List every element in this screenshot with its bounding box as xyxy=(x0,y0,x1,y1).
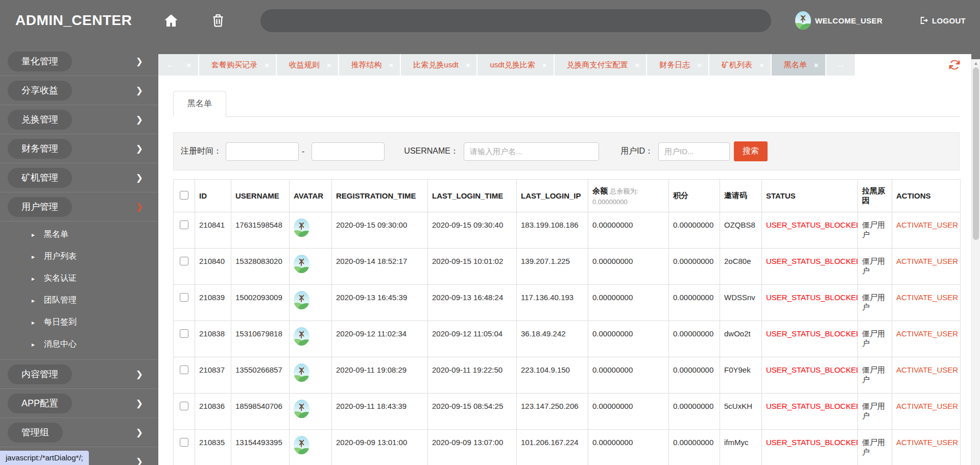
tab-label[interactable]: 矿机列表 xyxy=(722,60,752,70)
scrollbar-thumb[interactable] xyxy=(973,67,979,240)
sidebar-item-label[interactable]: 矿机管理 xyxy=(8,168,72,188)
tab-label[interactable]: 黑名单 xyxy=(784,60,807,70)
activate-user-link[interactable]: ACTIVATE_USER xyxy=(896,438,958,447)
sidebar-item[interactable]: 用户管理 ❯ xyxy=(0,192,158,222)
windmill-icon xyxy=(802,16,803,22)
sidebar-subitem-label[interactable]: 黑名单 xyxy=(44,229,68,240)
tab-label[interactable]: 收益规则 xyxy=(289,60,320,70)
sidebar-item-label[interactable]: 量化管理 xyxy=(8,52,72,71)
tab-close-icon[interactable]: × xyxy=(327,61,331,69)
activate-user-link[interactable]: ACTIVATE_USER xyxy=(896,365,958,374)
refresh-button[interactable] xyxy=(948,57,963,72)
search-button[interactable]: 搜索 xyxy=(734,141,768,161)
sidebar-item[interactable]: 分享收益 ❯ xyxy=(0,76,158,105)
tab-close-icon[interactable]: × xyxy=(186,61,191,69)
tab[interactable]: 黑名单 × xyxy=(772,54,826,76)
tab-close-icon[interactable]: × xyxy=(635,61,640,69)
activate-user-link[interactable]: ACTIVATE_USER xyxy=(896,293,958,302)
reg-time-to-input[interactable] xyxy=(312,142,385,161)
tab[interactable]: 矿机列表 × xyxy=(709,54,772,76)
row-checkbox[interactable] xyxy=(180,329,188,338)
arrow-right-icon[interactable]: → xyxy=(835,59,845,70)
sidebar-item-label[interactable]: 用户管理 xyxy=(8,197,72,217)
top-search-bar[interactable] xyxy=(260,9,771,32)
sidebar-item[interactable]: 管理组 ❯ xyxy=(0,418,158,447)
sidebar-subitem[interactable]: ▸ 黑名单 xyxy=(0,224,158,246)
row-checkbox[interactable] xyxy=(180,221,188,229)
sidebar-subitem-label[interactable]: 实名认证 xyxy=(44,273,77,284)
sidebar-menu: 量化管理 ❯ 分享收益 ❯ 兑换管理 ❯ 财务管理 ❯ 矿机管理 ❯ 用户管理 … xyxy=(0,41,158,465)
tab-label[interactable]: 比索兑换usdt xyxy=(413,60,458,70)
tab-label[interactable]: 财务日志 xyxy=(659,60,690,70)
sidebar-item-label[interactable]: 内容管理 xyxy=(8,364,72,384)
cell-username: 15310679818 xyxy=(231,321,290,357)
tab[interactable]: 兑换商支付宝配置 × xyxy=(555,54,648,76)
tab-close-icon[interactable]: × xyxy=(542,61,547,69)
cell-reason: 僵尸用户 xyxy=(858,285,892,321)
sidebar-item[interactable]: 量化管理 ❯ xyxy=(0,47,158,76)
sidebar-subitem[interactable]: ▸ 消息中心 xyxy=(0,333,158,355)
row-checkbox[interactable] xyxy=(180,257,188,265)
tab-label[interactable]: 套餐购买记录 xyxy=(211,60,257,70)
activate-user-link[interactable]: ACTIVATE_USER xyxy=(896,257,958,265)
activate-user-link[interactable]: ACTIVATE_USER xyxy=(896,402,958,410)
row-checkbox[interactable] xyxy=(180,293,188,302)
sidebar-subitem-label[interactable]: 消息中心 xyxy=(44,339,77,350)
trash-icon[interactable] xyxy=(210,13,226,28)
tab-close-icon[interactable]: × xyxy=(466,61,470,69)
reg-time-from-input[interactable] xyxy=(226,142,299,161)
user-avatar xyxy=(294,291,309,309)
row-checkbox[interactable] xyxy=(180,365,188,374)
home-icon[interactable] xyxy=(163,13,179,28)
userid-input[interactable] xyxy=(658,142,730,161)
col-registration-time: REGISTRATION_TIME xyxy=(332,180,428,212)
logout-button[interactable]: LOGOUT xyxy=(919,16,966,25)
vertical-scrollbar[interactable]: ▲ xyxy=(971,59,980,465)
row-checkbox[interactable] xyxy=(180,402,188,410)
user-avatar[interactable] xyxy=(795,11,811,30)
tab-close-icon[interactable]: × xyxy=(697,61,702,69)
sidebar-item[interactable]: 矿机管理 ❯ xyxy=(0,163,158,192)
sidebar-item-label[interactable]: 管理组 xyxy=(8,423,63,443)
sidebar-item[interactable]: 内容管理 ❯ xyxy=(0,360,158,389)
activate-user-link[interactable]: ACTIVATE_USER xyxy=(896,329,958,338)
sidebar-item[interactable]: 财务管理 ❯ xyxy=(0,134,158,163)
sidebar-subitem[interactable]: ▸ 团队管理 xyxy=(0,289,158,311)
tab[interactable]: 推荐结构 × xyxy=(339,54,401,76)
page-tab[interactable]: 黑名单 xyxy=(173,91,226,117)
scroll-up-arrow-icon[interactable]: ▲ xyxy=(972,61,980,66)
tab[interactable]: 比索兑换usdt × xyxy=(401,54,477,76)
sidebar-item[interactable]: APP配置 ❯ xyxy=(0,389,158,418)
sidebar-item-label[interactable]: 财务管理 xyxy=(8,139,72,159)
sidebar-subitem[interactable]: ▸ 用户列表 xyxy=(0,246,158,267)
sidebar-subitem[interactable]: ▸ 每日签到 xyxy=(0,311,158,333)
tab-close-icon[interactable]: × xyxy=(814,61,819,69)
tab-close-icon[interactable]: × xyxy=(389,61,394,69)
tab-label[interactable]: usdt兑换比索 xyxy=(490,60,535,70)
tab-scroll-right[interactable]: → xyxy=(826,54,855,76)
sidebar-item-label[interactable]: 兑换管理 xyxy=(8,110,72,130)
arrow-left-icon[interactable]: ← xyxy=(165,59,175,70)
activate-user-link[interactable]: ACTIVATE_USER xyxy=(896,221,958,229)
username-input[interactable] xyxy=(464,142,599,161)
sidebar-subitem-label[interactable]: 团队管理 xyxy=(44,295,77,306)
select-all-checkbox[interactable] xyxy=(180,191,188,200)
tab[interactable]: 收益规则 × xyxy=(277,54,339,76)
sidebar-item-label[interactable]: 分享收益 xyxy=(8,81,72,101)
sidebar-item[interactable]: 兑换管理 ❯ xyxy=(0,105,158,134)
user-avatar xyxy=(294,400,309,418)
refresh-icon xyxy=(948,58,961,71)
tab-scroll-left[interactable]: ← × xyxy=(158,54,199,76)
tab-label[interactable]: 兑换商支付宝配置 xyxy=(567,60,628,70)
tab-close-icon[interactable]: × xyxy=(759,61,764,69)
sidebar-subitem-label[interactable]: 每日签到 xyxy=(44,317,77,328)
sidebar-subitem[interactable]: ▸ 实名认证 xyxy=(0,267,158,289)
tab-close-icon[interactable]: × xyxy=(265,61,269,69)
tab[interactable]: 财务日志 × xyxy=(647,54,709,76)
sidebar-item-label[interactable]: APP配置 xyxy=(8,394,72,413)
row-checkbox[interactable] xyxy=(180,438,188,447)
sidebar-subitem-label[interactable]: 用户列表 xyxy=(44,251,77,262)
tab[interactable]: usdt兑换比索 × xyxy=(477,54,554,76)
tab-label[interactable]: 推荐结构 xyxy=(351,60,382,70)
tab[interactable]: 套餐购买记录 × xyxy=(199,54,277,76)
